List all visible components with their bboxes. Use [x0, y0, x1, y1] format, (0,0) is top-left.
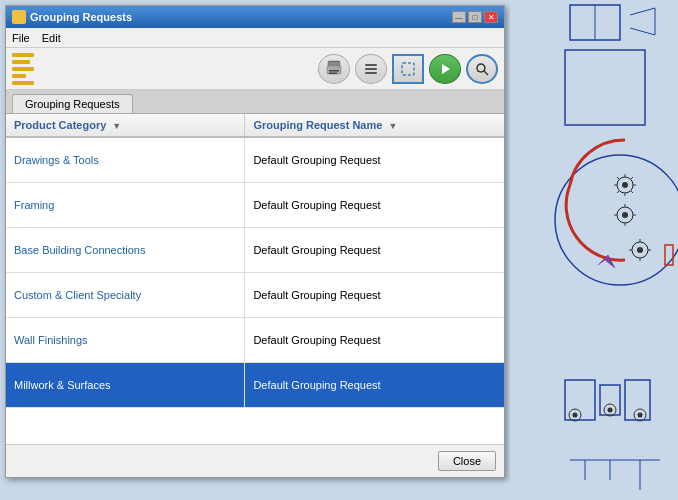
grouping-request-cell: Default Grouping Request	[245, 362, 504, 407]
footer: Close	[6, 444, 504, 477]
product-category-cell: Drawings & Tools	[6, 137, 245, 182]
menu-edit[interactable]: Edit	[42, 32, 61, 44]
column-header-product-category[interactable]: Product Category ▼	[6, 114, 245, 137]
svg-point-55	[638, 413, 643, 418]
product-category-cell: Custom & Client Specialty	[6, 272, 245, 317]
toolbar-left	[12, 53, 318, 85]
minimize-button[interactable]: —	[452, 11, 466, 23]
product-category-cell: Millwork & Surfaces	[6, 362, 245, 407]
product-category-cell: Framing	[6, 182, 245, 227]
svg-line-14	[484, 71, 488, 75]
toolbar	[6, 48, 504, 90]
table-row[interactable]: Framing Default Grouping Request	[6, 182, 504, 227]
svg-rect-7	[329, 61, 339, 62]
svg-rect-2	[14, 19, 24, 21]
svg-rect-1	[14, 16, 24, 18]
window-icon	[12, 10, 26, 24]
sort-icon-category: ▼	[112, 121, 121, 131]
sort-icon-name: ▼	[388, 121, 397, 131]
svg-rect-5	[329, 70, 339, 72]
select-button[interactable]	[392, 54, 424, 84]
svg-rect-8	[365, 64, 377, 66]
grouping-request-cell: Default Grouping Request	[245, 317, 504, 362]
search-button[interactable]	[466, 54, 498, 84]
svg-marker-12	[442, 64, 450, 74]
cad-background	[510, 0, 678, 500]
close-button[interactable]: Close	[438, 451, 496, 471]
svg-point-41	[637, 247, 643, 253]
grouping-request-cell: Default Grouping Request	[245, 272, 504, 317]
svg-rect-16	[510, 0, 678, 500]
list-button[interactable]	[355, 54, 387, 84]
column-header-grouping-request-name[interactable]: Grouping Request Name ▼	[245, 114, 504, 137]
table-row[interactable]: Millwork & Surfaces Default Grouping Req…	[6, 362, 504, 407]
grouping-requests-window: Grouping Requests — □ ✕ File Edit	[5, 5, 505, 478]
svg-rect-6	[329, 72, 337, 74]
window-title: Grouping Requests	[30, 11, 132, 23]
table-row[interactable]: Base Building Connections Default Groupi…	[6, 227, 504, 272]
table-row[interactable]: Custom & Client Specialty Default Groupi…	[6, 272, 504, 317]
run-button[interactable]	[429, 54, 461, 84]
grouping-request-cell: Default Grouping Request	[245, 182, 504, 227]
product-category-cell: Wall Finishings	[6, 317, 245, 362]
grouping-request-cell: Default Grouping Request	[245, 227, 504, 272]
maximize-button[interactable]: □	[468, 11, 482, 23]
window-close-button[interactable]: ✕	[484, 11, 498, 23]
grouping-requests-table: Product Category ▼ Grouping Request Name…	[6, 114, 504, 408]
svg-point-51	[573, 413, 578, 418]
grouping-requests-tab[interactable]: Grouping Requests	[12, 94, 133, 113]
grouping-request-cell: Default Grouping Request	[245, 137, 504, 182]
svg-point-53	[608, 408, 613, 413]
title-buttons: — □ ✕	[452, 11, 498, 23]
svg-rect-9	[365, 68, 377, 70]
svg-rect-0	[14, 13, 24, 15]
stacked-bars-icon	[12, 53, 34, 85]
menu-file[interactable]: File	[12, 32, 30, 44]
svg-rect-11	[402, 63, 414, 75]
menu-bar: File Edit	[6, 28, 504, 48]
svg-point-25	[622, 182, 628, 188]
table-container: Product Category ▼ Grouping Request Name…	[6, 114, 504, 444]
svg-point-35	[622, 212, 628, 218]
toolbar-right	[318, 54, 498, 84]
product-category-cell: Base Building Connections	[6, 227, 245, 272]
svg-rect-10	[365, 72, 377, 74]
table-row[interactable]: Wall Finishings Default Grouping Request	[6, 317, 504, 362]
title-bar-left: Grouping Requests	[12, 10, 132, 24]
table-row[interactable]: Drawings & Tools Default Grouping Reques…	[6, 137, 504, 182]
tab-area: Grouping Requests	[6, 90, 504, 114]
title-bar: Grouping Requests — □ ✕	[6, 6, 504, 28]
print-button[interactable]	[318, 54, 350, 84]
